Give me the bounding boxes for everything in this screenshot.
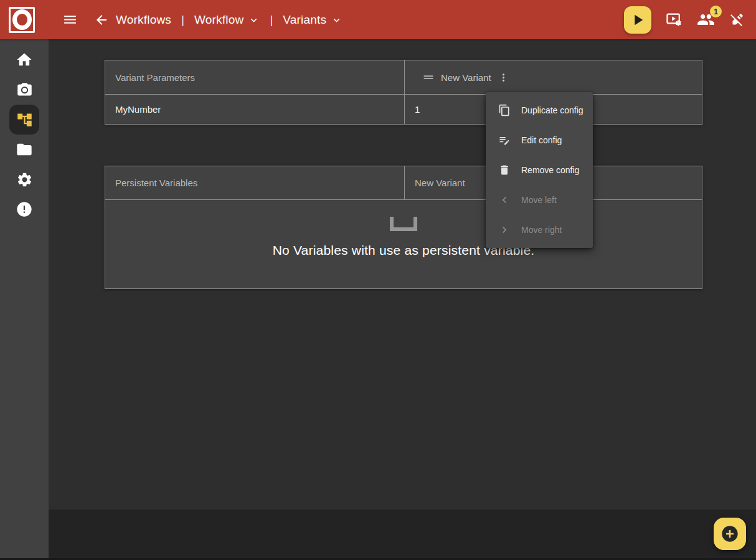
app-window: Workflows | Workflow | Variants <box>0 0 756 560</box>
variant-kebab-menu-button[interactable] <box>496 70 511 85</box>
home-icon <box>16 51 33 69</box>
menu-item-label: Move left <box>521 195 557 205</box>
sidebar-item-workflows-active[interactable] <box>9 105 39 135</box>
menu-item-label: Move right <box>521 225 562 235</box>
variant-column-header-cell: New Variant <box>404 60 702 94</box>
chevron-down-icon <box>248 14 260 26</box>
menu-item-move-left: Move left <box>486 185 593 215</box>
variant-parameters-table: Variant Parameters New Variant MyNumber … <box>105 60 702 125</box>
variants-selector[interactable]: Variants <box>283 13 343 27</box>
menu-button[interactable] <box>62 12 78 27</box>
persistent-variables-header-row: Persistent Variables New Variant <box>105 166 702 200</box>
edit-note-icon <box>498 134 511 146</box>
sidebar-item-camera[interactable] <box>16 81 33 98</box>
edit-off-icon <box>729 12 745 27</box>
breadcrumb-workflows[interactable]: Workflows <box>116 13 171 27</box>
empty-tray-icon <box>390 217 417 231</box>
breadcrumb-separator: | <box>181 13 184 27</box>
parameter-name: MyNumber <box>115 104 161 115</box>
menu-item-remove-config[interactable]: Remove config <box>486 155 593 185</box>
logo-o-icon <box>12 9 32 30</box>
chevron-down-icon <box>331 14 343 26</box>
menu-item-duplicate-config[interactable]: Duplicate config <box>486 95 593 125</box>
recording-settings-button[interactable] <box>666 11 683 28</box>
variant-parameters-title-cell: Variant Parameters <box>105 60 404 94</box>
play-icon <box>629 11 646 29</box>
appbar-actions: 1 <box>624 6 745 34</box>
menu-item-edit-config[interactable]: Edit config <box>486 125 593 155</box>
variants-selector-label: Variants <box>283 13 326 27</box>
delete-icon <box>498 164 511 176</box>
folder-icon <box>16 141 33 158</box>
variant-parameters-title: Variant Parameters <box>115 72 195 83</box>
table-row[interactable]: MyNumber 1 <box>105 95 702 124</box>
app-bar: Workflows | Workflow | Variants <box>0 0 756 39</box>
copy-icon <box>498 104 511 116</box>
variant-context-menu: Duplicate config Edit config Remove conf… <box>486 92 593 248</box>
back-arrow-icon <box>94 12 109 27</box>
app-logo[interactable] <box>9 7 35 33</box>
menu-item-label: Remove config <box>521 165 579 175</box>
variant-column-header-label: New Variant <box>441 72 491 83</box>
back-button[interactable] <box>94 12 109 27</box>
camera-icon <box>16 82 33 98</box>
sidebar-item-files[interactable] <box>16 141 33 158</box>
persistent-variables-empty-state: No Variables with use as persistent vari… <box>105 200 702 288</box>
sidebar-item-settings[interactable] <box>16 171 33 188</box>
persistent-variant-column-header-label: New Variant <box>415 178 465 188</box>
workflow-selector[interactable]: Workflow <box>194 13 260 27</box>
menu-icon <box>62 12 78 27</box>
footer-strip <box>49 510 756 558</box>
sidebar <box>0 39 49 558</box>
run-workflow-button[interactable] <box>624 6 651 34</box>
persistent-variables-title-cell: Persistent Variables <box>105 166 404 199</box>
parameter-value: 1 <box>415 104 420 115</box>
menu-item-label: Duplicate config <box>521 105 584 115</box>
drag-handle-icon[interactable] <box>422 70 435 84</box>
sidebar-item-home[interactable] <box>16 51 33 69</box>
add-variable-fab[interactable] <box>714 518 746 550</box>
users-badge: 1 <box>710 6 722 17</box>
sidebar-item-errors[interactable] <box>16 201 33 218</box>
users-button[interactable]: 1 <box>697 11 715 29</box>
edit-off-button[interactable] <box>729 12 745 27</box>
add-icon <box>720 524 740 544</box>
menu-item-move-right: Move right <box>486 215 593 245</box>
kebab-menu-icon <box>498 72 509 83</box>
recording-settings-icon <box>666 11 683 28</box>
chevron-right-icon <box>498 224 511 236</box>
breadcrumb-separator: | <box>270 13 273 27</box>
persistent-variables-title: Persistent Variables <box>115 178 197 188</box>
error-icon <box>16 201 33 218</box>
settings-gear-icon <box>16 171 33 188</box>
workflow-selector-label: Workflow <box>194 13 243 27</box>
chevron-left-icon <box>498 194 511 206</box>
parameter-name-cell: MyNumber <box>105 95 404 124</box>
persistent-variables-table: Persistent Variables New Variant No Vari… <box>105 166 702 289</box>
menu-item-label: Edit config <box>521 135 562 145</box>
variant-parameters-header-row: Variant Parameters New Variant <box>105 60 702 95</box>
workflow-tree-icon <box>16 112 33 128</box>
